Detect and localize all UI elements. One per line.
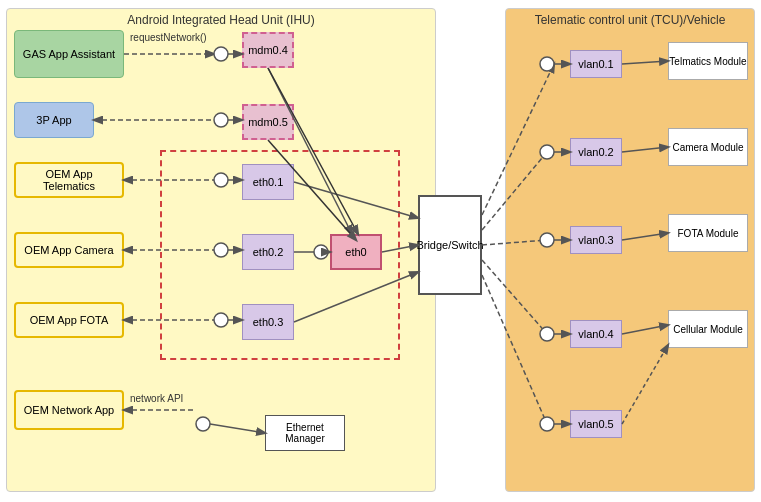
vlan05-label: vlan0.5 — [578, 418, 613, 430]
tcu-title: Telematic control unit (TCU)/Vehicle — [535, 13, 726, 27]
3p-app-label: 3P App — [36, 114, 71, 126]
telematics-module-label: Telmatics Module — [669, 56, 746, 67]
3p-app-box: 3P App — [14, 102, 94, 138]
mdm05-label: mdm0.5 — [248, 116, 288, 128]
eth-manager-label: Ethernet Manager — [266, 422, 344, 444]
fota-module-box: FOTA Module — [668, 214, 748, 252]
mdm04-box: mdm0.4 — [242, 32, 294, 68]
bridge-switch-label: Bridge/Switch — [416, 239, 483, 251]
network-api-label: network API — [130, 393, 183, 404]
oem-telematics-box: OEM App Telematics — [14, 162, 124, 198]
gas-app-label: GAS App Assistant — [23, 48, 115, 60]
vlan04-box: vlan0.4 — [570, 320, 622, 348]
bridge-switch-box: Bridge/Switch — [418, 195, 482, 295]
vlan01-box: vlan0.1 — [570, 50, 622, 78]
eth0-label: eth0 — [345, 246, 366, 258]
oem-fota-label: OEM App FOTA — [30, 314, 109, 326]
oem-network-box: OEM Network App — [14, 390, 124, 430]
gas-app-box: GAS App Assistant — [14, 30, 124, 78]
telematics-module-box: Telmatics Module — [668, 42, 748, 80]
fota-module-label: FOTA Module — [678, 228, 739, 239]
mdm04-label: mdm0.4 — [248, 44, 288, 56]
eth02-box: eth0.2 — [242, 234, 294, 270]
ihu-title: Android Integrated Head Unit (IHU) — [127, 13, 314, 27]
eth01-label: eth0.1 — [253, 176, 284, 188]
vlan03-label: vlan0.3 — [578, 234, 613, 246]
oem-fota-box: OEM App FOTA — [14, 302, 124, 338]
eth01-box: eth0.1 — [242, 164, 294, 200]
vlan02-label: vlan0.2 — [578, 146, 613, 158]
vlan03-box: vlan0.3 — [570, 226, 622, 254]
oem-camera-box: OEM App Camera — [14, 232, 124, 268]
oem-camera-label: OEM App Camera — [24, 244, 113, 256]
vlan02-box: vlan0.2 — [570, 138, 622, 166]
cellular-module-label: Cellular Module — [673, 324, 742, 335]
request-network-label: requestNetwork() — [130, 32, 207, 43]
vlan04-label: vlan0.4 — [578, 328, 613, 340]
vlan01-label: vlan0.1 — [578, 58, 613, 70]
eth03-label: eth0.3 — [253, 316, 284, 328]
eth0-box: eth0 — [330, 234, 382, 270]
vlan05-box: vlan0.5 — [570, 410, 622, 438]
eth-manager-box: Ethernet Manager — [265, 415, 345, 451]
cellular-module-box: Cellular Module — [668, 310, 748, 348]
oem-telematics-label: OEM App Telematics — [20, 168, 118, 192]
camera-module-box: Camera Module — [668, 128, 748, 166]
camera-module-label: Camera Module — [672, 142, 743, 153]
eth03-box: eth0.3 — [242, 304, 294, 340]
eth02-label: eth0.2 — [253, 246, 284, 258]
mdm05-box: mdm0.5 — [242, 104, 294, 140]
oem-network-label: OEM Network App — [24, 404, 114, 416]
